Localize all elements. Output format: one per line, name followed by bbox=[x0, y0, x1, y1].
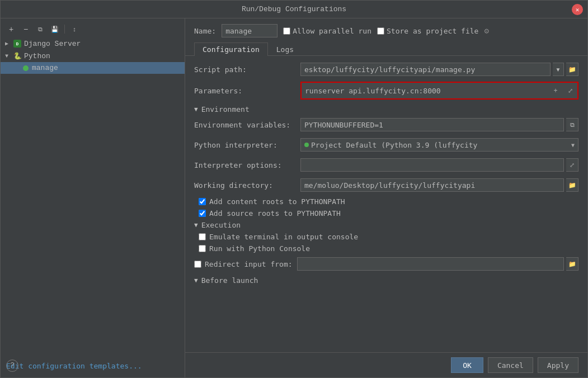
python-interp-label: Python interpreter: bbox=[194, 141, 300, 149]
tree-collapse-arrow: ▶ bbox=[5, 40, 13, 47]
parameters-label: Parameters: bbox=[194, 87, 300, 95]
manage-icon bbox=[23, 65, 29, 71]
python-interp-row: Python interpreter: Project Default (Pyt… bbox=[194, 137, 578, 153]
before-launch-arrow: ▼ bbox=[194, 277, 198, 284]
redirect-input-checkbox[interactable] bbox=[194, 261, 201, 268]
emulate-terminal-checkbox[interactable] bbox=[199, 233, 206, 240]
interp-value: Project Default (Python 3.9 (luffycity bbox=[311, 141, 477, 149]
interp-options-input[interactable] bbox=[300, 158, 564, 172]
before-launch-section[interactable]: ▼ Before launch bbox=[194, 276, 578, 285]
sidebar-toolbar: + − ⧉ 💾 ↕ bbox=[1, 21, 185, 37]
parameters-fullscreen-button[interactable]: ⤢ bbox=[564, 84, 576, 97]
execution-section-header[interactable]: ▼ Execution bbox=[194, 221, 578, 229]
emulate-terminal-row: Emulate terminal in output console bbox=[194, 233, 578, 241]
env-vars-field: ⧉ bbox=[300, 118, 578, 131]
store-as-project-label[interactable]: Store as project file bbox=[377, 27, 478, 35]
allow-parallel-checkbox[interactable] bbox=[283, 27, 290, 35]
tree-item-manage[interactable]: manage bbox=[1, 62, 185, 74]
redirect-input-field: 📁 bbox=[297, 257, 578, 271]
add-content-roots-checkbox[interactable] bbox=[199, 198, 206, 205]
working-dir-browse-button[interactable]: 📁 bbox=[566, 178, 578, 192]
execution-label: Execution bbox=[201, 221, 241, 229]
tree-expand-arrow: ▼ bbox=[5, 53, 13, 59]
tab-configuration[interactable]: Configuration bbox=[194, 42, 268, 56]
tab-logs[interactable]: Logs bbox=[268, 42, 302, 56]
manage-label: manage bbox=[32, 64, 58, 72]
ok-button[interactable]: OK bbox=[451, 357, 483, 373]
name-label: Name: bbox=[194, 27, 216, 35]
dialog-title: Run/Debug Configurations bbox=[242, 5, 346, 13]
script-path-dropdown-button[interactable]: ▼ bbox=[553, 63, 564, 76]
sort-button[interactable]: ↕ bbox=[68, 23, 81, 35]
add-content-roots-label[interactable]: Add content roots to PYTHONPATH bbox=[209, 197, 345, 206]
add-source-roots-checkbox[interactable] bbox=[199, 210, 206, 217]
edit-templates-link[interactable]: Edit configuration templates... bbox=[6, 362, 142, 370]
python-interp-select[interactable]: Project Default (Python 3.9 (luffycity ▼ bbox=[300, 138, 578, 152]
tabs-container: Configuration Logs bbox=[185, 37, 587, 56]
add-content-roots-row: Add content roots to PYTHONPATH bbox=[194, 197, 578, 206]
parameters-input[interactable] bbox=[303, 84, 547, 97]
python-interp-field: Project Default (Python 3.9 (luffycity ▼ bbox=[300, 138, 578, 152]
emulate-terminal-label[interactable]: Emulate terminal in output console bbox=[209, 233, 358, 241]
store-as-project-checkbox[interactable] bbox=[377, 27, 384, 35]
add-config-button[interactable]: + bbox=[5, 23, 17, 35]
form-content: Script path: ▼ 📁 Parameters: + ⤢ bbox=[185, 56, 587, 352]
interp-options-expand-button[interactable]: ⤢ bbox=[566, 158, 578, 172]
config-name-input[interactable] bbox=[222, 24, 277, 37]
python-icon: 🐍 bbox=[13, 51, 22, 60]
run-python-console-row: Run with Python Console bbox=[194, 244, 578, 253]
interp-options-label: Interpreter options: bbox=[194, 161, 300, 169]
run-python-console-label[interactable]: Run with Python Console bbox=[209, 244, 310, 253]
main-content: + − ⧉ 💾 ↕ ▶ D Django Server ▼ 🐍 bbox=[1, 18, 587, 377]
store-as-project-text: Store as project file bbox=[387, 27, 478, 35]
apply-button[interactable]: Apply bbox=[538, 357, 578, 373]
environment-section-header[interactable]: ▼ Environment bbox=[194, 105, 578, 114]
sidebar-footer: Edit configuration templates... bbox=[1, 357, 185, 375]
script-path-field: ▼ 📁 bbox=[300, 63, 578, 76]
tree-item-django-server[interactable]: ▶ D Django Server bbox=[1, 37, 185, 50]
config-header: Name: Allow parallel run Store as projec… bbox=[185, 18, 587, 37]
interp-options-field: ⤢ bbox=[300, 158, 578, 172]
save-config-button[interactable]: 💾 bbox=[49, 23, 61, 35]
parameters-expand-button[interactable]: + bbox=[549, 84, 562, 97]
gear-icon[interactable]: ⚙ bbox=[484, 26, 488, 36]
environment-arrow: ▼ bbox=[194, 106, 198, 113]
parameters-row: Parameters: + ⤢ bbox=[194, 82, 578, 100]
toolbar-separator bbox=[64, 25, 65, 34]
working-dir-input[interactable] bbox=[300, 178, 564, 192]
redirect-input-browse-button[interactable]: 📁 bbox=[566, 257, 578, 271]
script-path-input[interactable] bbox=[300, 63, 551, 76]
tree-item-python[interactable]: ▼ 🐍 Python bbox=[1, 50, 185, 62]
env-vars-label: Environment variables: bbox=[194, 121, 300, 129]
redirect-input-label: Redirect input from: bbox=[205, 260, 293, 268]
interp-dropdown-arrow: ▼ bbox=[571, 142, 575, 148]
run-python-console-checkbox[interactable] bbox=[199, 245, 206, 252]
add-source-roots-row: Add source roots to PYTHONPATH bbox=[194, 209, 578, 218]
copy-config-button[interactable]: ⧉ bbox=[34, 23, 46, 35]
bottom-bar: OK Cancel Apply bbox=[185, 352, 587, 377]
close-button[interactable]: ✕ bbox=[572, 4, 583, 15]
working-dir-label: Working directory: bbox=[194, 181, 300, 190]
env-vars-input[interactable] bbox=[300, 118, 564, 131]
title-bar: Run/Debug Configurations ✕ bbox=[1, 1, 587, 18]
cancel-button[interactable]: Cancel bbox=[488, 357, 533, 373]
script-path-row: Script path: ▼ 📁 bbox=[194, 62, 578, 77]
python-label: Python bbox=[24, 52, 50, 60]
redirect-input-row: Redirect input from: 📁 bbox=[194, 256, 578, 272]
run-debug-dialog: Run/Debug Configurations ✕ + − ⧉ 💾 ↕ ▶ D… bbox=[0, 0, 588, 378]
django-server-icon: D bbox=[13, 39, 22, 48]
interp-options-row: Interpreter options: ⤢ bbox=[194, 157, 578, 173]
add-source-roots-label[interactable]: Add source roots to PYTHONPATH bbox=[209, 209, 341, 218]
allow-parallel-text: Allow parallel run bbox=[293, 27, 371, 35]
redirect-input-input[interactable] bbox=[297, 257, 564, 271]
allow-parallel-label[interactable]: Allow parallel run bbox=[283, 27, 371, 35]
script-path-browse-button[interactable]: 📁 bbox=[566, 63, 578, 76]
right-panel: Name: Allow parallel run Store as projec… bbox=[185, 18, 587, 377]
remove-config-button[interactable]: − bbox=[20, 23, 32, 35]
help-button[interactable]: ? bbox=[6, 360, 18, 372]
execution-arrow: ▼ bbox=[194, 221, 198, 229]
before-launch-label: Before launch bbox=[201, 276, 258, 285]
parameters-field: + ⤢ bbox=[300, 82, 578, 100]
sidebar: + − ⧉ 💾 ↕ ▶ D Django Server ▼ 🐍 bbox=[1, 18, 185, 377]
env-vars-copy-button[interactable]: ⧉ bbox=[566, 118, 578, 131]
